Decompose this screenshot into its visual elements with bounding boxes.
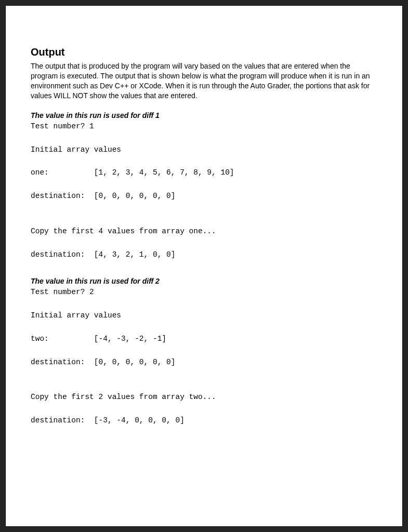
section-heading: Output <box>31 46 377 58</box>
run1-label: The value in this run is used for diff 1 <box>31 111 377 119</box>
document-page: Output The output that is produced by th… <box>5 5 403 527</box>
run2-label: The value in this run is used for diff 2 <box>31 277 377 285</box>
spacer <box>31 272 377 277</box>
intro-paragraph: The output that is produced by the progr… <box>31 61 377 101</box>
run2-output: Test number? 2 Initial array values two:… <box>31 286 377 427</box>
run1-output: Test number? 1 Initial array values one:… <box>31 121 377 261</box>
